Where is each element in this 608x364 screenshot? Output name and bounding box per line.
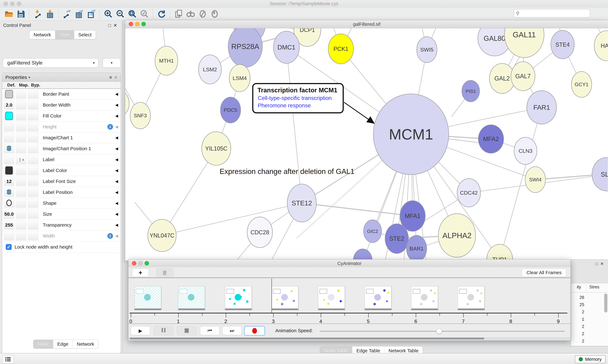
node-pck1[interactable]: PCK1 bbox=[328, 34, 354, 64]
node-rps28a[interactable]: RPS28A bbox=[228, 28, 262, 67]
show-panel-icon[interactable] bbox=[210, 9, 220, 19]
annotation-link-2[interactable]: Pheromone response bbox=[258, 102, 343, 109]
pause-button[interactable] bbox=[154, 326, 173, 335]
color-swatch[interactable] bbox=[5, 166, 13, 175]
copy-view-icon[interactable] bbox=[174, 9, 183, 19]
export-table-icon[interactable] bbox=[74, 9, 84, 19]
frame-thumbnail-2[interactable] bbox=[178, 286, 205, 310]
node-yil105c[interactable]: YIL105C bbox=[202, 132, 231, 165]
tab-network[interactable]: Network bbox=[29, 30, 55, 39]
results-col-stress[interactable]: Stres bbox=[589, 285, 599, 289]
play-button[interactable]: ▶ bbox=[131, 326, 150, 335]
node-gal11[interactable]: GAL11 bbox=[504, 28, 544, 58]
delete-frame-button[interactable]: 🗑 bbox=[156, 268, 173, 277]
property-row-label-font-size[interactable]: 12Label Font Size◀ bbox=[2, 176, 121, 187]
animation-speed-slider[interactable] bbox=[320, 331, 565, 332]
property-row-label-position[interactable]: Label Position◀ bbox=[2, 187, 121, 198]
expand-row-icon[interactable]: ◀ bbox=[115, 125, 118, 129]
default-value[interactable]: 12 bbox=[6, 179, 12, 184]
discrete-mapping-icon[interactable]: ⋮› bbox=[18, 157, 24, 162]
expand-row-icon[interactable]: ◀ bbox=[115, 223, 118, 227]
results-col-clipped[interactable]: ity bbox=[577, 285, 581, 289]
frame-thumbnail-7[interactable] bbox=[411, 286, 438, 310]
network-edge[interactable] bbox=[286, 47, 302, 203]
collapse-all-icon[interactable]: « bbox=[113, 76, 119, 79]
node-mcm1[interactable]: MCM1 bbox=[373, 94, 449, 175]
node-clipped[interactable] bbox=[353, 249, 372, 260]
property-row-image-chart-1[interactable]: Image/Chart 1◀ bbox=[2, 132, 121, 143]
search-input[interactable]: ⚲ bbox=[514, 9, 590, 18]
expand-row-icon[interactable]: ◀ bbox=[115, 190, 118, 195]
node-mth1[interactable]: MTH1 bbox=[155, 46, 178, 75]
expand-row-icon[interactable]: ◀ bbox=[115, 92, 118, 96]
node-swi5[interactable]: SWI5 bbox=[417, 37, 437, 63]
node-pis1[interactable]: PIS1 bbox=[462, 80, 480, 102]
expand-row-icon[interactable]: ◀ bbox=[115, 157, 118, 162]
network-edge[interactable] bbox=[302, 203, 413, 216]
timeline[interactable]: 0123456789 Seconds bbox=[128, 278, 570, 324]
tab-edge[interactable]: Edge bbox=[53, 340, 73, 348]
import-table-icon[interactable] bbox=[45, 9, 55, 19]
expand-row-icon[interactable]: ◀ bbox=[115, 103, 118, 107]
node-lsm4[interactable]: LSM4 bbox=[229, 65, 250, 92]
add-frame-button[interactable]: + bbox=[132, 268, 149, 277]
expand-row-icon[interactable]: ◀ bbox=[115, 168, 118, 173]
animation-speed-thumb[interactable] bbox=[436, 328, 442, 334]
expand-row-icon[interactable]: ◀ bbox=[115, 179, 118, 183]
record-button[interactable] bbox=[244, 326, 265, 336]
node-cdc42[interactable]: CDC42 bbox=[457, 179, 481, 207]
timeline-playhead[interactable] bbox=[272, 279, 272, 313]
frame-thumbnail-1[interactable] bbox=[134, 286, 161, 310]
frame-thumbnail-6[interactable] bbox=[365, 286, 391, 310]
open-session-icon[interactable] bbox=[4, 9, 14, 19]
property-row-border-paint[interactable]: Border Paint◀ bbox=[2, 89, 121, 100]
zoom-fit-icon[interactable] bbox=[127, 9, 137, 19]
save-session-icon[interactable] bbox=[16, 9, 26, 19]
property-row-image-chart-position-1[interactable]: Image/Chart Position 1◀ bbox=[2, 143, 121, 154]
property-row-width[interactable]: Widthi◀ bbox=[2, 231, 121, 241]
tab-style[interactable]: Style bbox=[55, 30, 74, 39]
node-cln3[interactable]: CLN3 bbox=[514, 137, 537, 164]
network-canvas[interactable]: DCP1RPS28ADMC1PCK1MTH1LSM2LSM4SWI5GAL80G… bbox=[125, 28, 608, 260]
node-bar1[interactable]: BAR1 bbox=[406, 235, 427, 260]
node-ste4[interactable]: STE4 bbox=[551, 30, 574, 59]
default-value[interactable]: 255 bbox=[5, 222, 13, 228]
zoom-selected-icon[interactable] bbox=[139, 9, 149, 19]
memory-button[interactable]: Memory bbox=[575, 355, 606, 363]
default-value[interactable]: 50.0 bbox=[4, 211, 14, 217]
timeline-hscrollbar[interactable] bbox=[128, 337, 570, 340]
tab-select[interactable]: Select bbox=[74, 30, 96, 39]
frame-thumbnail-3[interactable] bbox=[225, 286, 252, 310]
property-row-height[interactable]: Heighti◀ bbox=[2, 121, 121, 132]
node-pdc5[interactable]: PDC5 bbox=[221, 97, 241, 123]
property-row-size[interactable]: 50.0Size◀ bbox=[2, 209, 121, 220]
properties-header[interactable]: Properties ▾ »« bbox=[2, 73, 121, 82]
color-swatch[interactable] bbox=[5, 90, 13, 98]
expand-row-icon[interactable]: ◀ bbox=[115, 146, 118, 151]
style-options-button[interactable]: ▾ bbox=[103, 58, 121, 68]
export-network-icon[interactable] bbox=[62, 9, 72, 19]
network-window-titlebar[interactable]: galFiltered.sif bbox=[125, 20, 608, 28]
position-icon[interactable] bbox=[6, 189, 12, 195]
node-ste12[interactable]: STE12 bbox=[287, 184, 316, 222]
zoom-in-icon[interactable] bbox=[103, 9, 113, 19]
property-row-border-width[interactable]: 2.0Border Width◀ bbox=[2, 100, 121, 111]
node-swi4[interactable]: SWI4 bbox=[525, 167, 545, 193]
node-ste2[interactable]: STE2 bbox=[385, 224, 409, 253]
frame-thumbnail-8[interactable] bbox=[458, 286, 484, 310]
frame-thumbnail-4[interactable] bbox=[272, 286, 298, 310]
property-row-label[interactable]: ⋮›Label◀ bbox=[2, 154, 121, 165]
property-row-transparency[interactable]: 255Transparency◀ bbox=[2, 220, 121, 231]
node-far1[interactable]: FAR1 bbox=[527, 91, 556, 124]
default-value[interactable]: 2.0 bbox=[6, 102, 12, 108]
node-gcy1[interactable]: GCY1 bbox=[571, 71, 592, 97]
expand-row-icon[interactable]: ◀ bbox=[115, 201, 118, 205]
expand-row-icon[interactable]: ◀ bbox=[115, 135, 118, 140]
skip-to-end-button[interactable]: ⏭ bbox=[222, 326, 242, 335]
node-lsm2[interactable]: LSM2 bbox=[199, 55, 221, 84]
cyanimator-titlebar[interactable]: CyAnimator bbox=[128, 260, 570, 268]
hide-panel-icon[interactable] bbox=[198, 9, 207, 19]
color-swatch[interactable] bbox=[5, 112, 13, 120]
node-gic2[interactable]: GIC2 bbox=[363, 220, 382, 243]
position-icon[interactable] bbox=[6, 146, 12, 152]
